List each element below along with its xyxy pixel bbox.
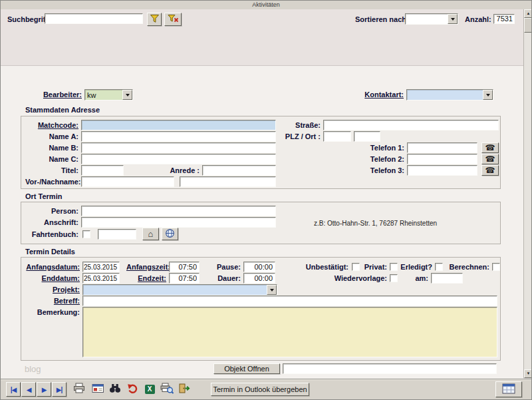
first-record-icon: |◀ (11, 386, 17, 393)
clear-filter-button[interactable] (164, 13, 182, 26)
telefon1-dial-button[interactable]: ☎ (481, 142, 499, 153)
matchcode-input[interactable] (81, 120, 276, 130)
bemerkung-textarea[interactable] (82, 307, 497, 357)
kontaktart-combobox[interactable] (406, 89, 493, 100)
person-input[interactable] (81, 206, 276, 216)
address-card-button[interactable] (90, 382, 106, 397)
plz-input[interactable] (323, 131, 351, 142)
next-record-button[interactable]: ▶ (37, 382, 51, 397)
erledigt-label: Erledigt? (400, 263, 432, 271)
titel-input[interactable] (81, 165, 124, 176)
fahrtenbuch-checkbox[interactable] (82, 230, 90, 238)
projekt-dropdown-button[interactable] (267, 285, 277, 295)
scroll-down-button[interactable]: ▼ (524, 369, 532, 378)
undo-button[interactable] (124, 382, 140, 397)
scroll-up-button[interactable]: ▲ (524, 9, 532, 18)
strasse-input[interactable] (323, 120, 499, 130)
watermark-text: blog (25, 364, 41, 374)
chevron-down-icon (126, 94, 130, 99)
map-button[interactable] (162, 228, 178, 240)
export-excel-button[interactable]: X (142, 382, 158, 397)
scrollbar-thumb[interactable] (524, 18, 532, 33)
telefon2-input[interactable] (407, 154, 477, 164)
bearbeiter-value: kw (87, 91, 96, 99)
globe-icon (165, 228, 175, 240)
print-button[interactable] (71, 382, 87, 397)
am-input[interactable] (431, 273, 463, 284)
anfangsdatum-input[interactable] (82, 262, 120, 272)
name-a-input[interactable] (81, 131, 276, 142)
bearbeiter-combobox[interactable]: kw (84, 89, 133, 100)
search-toolbar: Suchbegriff: Sortieren nach: Anzahl: 753… (1, 9, 531, 65)
betreff-input[interactable] (82, 296, 497, 306)
telefon3-input[interactable] (407, 165, 477, 176)
matchcode-label: Matchcode: (25, 121, 78, 129)
termin-details-section-title: Termin Details (25, 248, 75, 256)
table-view-button[interactable] (495, 381, 522, 397)
endzeit-input[interactable] (169, 273, 200, 284)
bearbeiter-label: Bearbeiter: (27, 91, 82, 99)
berechnen-checkbox[interactable] (492, 263, 500, 271)
name-c-input[interactable] (81, 154, 276, 164)
ort-termin-section-title: Ort Termin (25, 192, 62, 200)
erledigt-checkbox[interactable] (435, 263, 443, 271)
anrede-label: Anrede : (154, 166, 200, 174)
scroll-up-icon: ▲ (527, 11, 531, 15)
fahrtenbuch-input[interactable] (98, 229, 136, 240)
telefon1-label: Telefon 1: (359, 144, 404, 152)
home-address-button[interactable]: ⌂ (142, 228, 159, 240)
printer-icon (73, 383, 85, 396)
unbestaetigt-checkbox[interactable] (352, 263, 360, 271)
previous-record-icon: ◀ (27, 386, 31, 393)
window-titlebar: Aktivitäten (1, 1, 531, 9)
vorname-input[interactable] (81, 176, 174, 187)
anfangszeit-label: Anfangszeit: (126, 263, 166, 271)
ort-input[interactable] (354, 131, 380, 142)
scroll-down-icon: ▼ (527, 371, 531, 375)
anfangszeit-input[interactable] (169, 262, 200, 272)
dauer-label: Dauer: (209, 274, 241, 282)
pause-input[interactable] (243, 262, 275, 272)
search-records-button[interactable] (107, 382, 123, 397)
phone-icon: ☎ (485, 166, 495, 174)
chevron-down-icon (270, 289, 274, 294)
kontaktart-dropdown-button[interactable] (483, 90, 493, 100)
count-label: Anzahl: (465, 15, 491, 23)
search-input[interactable] (45, 13, 143, 24)
objekt-offnen-button[interactable]: Objekt Offnen (213, 363, 280, 374)
home-icon: ⌂ (148, 230, 154, 238)
binoculars-icon (109, 383, 121, 396)
anrede-input[interactable] (202, 165, 276, 176)
filter-button[interactable] (147, 13, 162, 26)
name-b-label: Name B: (25, 144, 78, 152)
funnel-icon (150, 14, 160, 25)
outlook-transfer-button[interactable]: Termin in Outlook übergeben (211, 383, 309, 396)
dauer-input[interactable] (243, 273, 275, 284)
anschrift-hint: z.B: Otto-Hahn-Str. 1, 76287 Rheinstette… (314, 220, 437, 227)
nachname-input[interactable] (180, 176, 276, 187)
chevron-down-icon (451, 18, 455, 23)
sort-dropdown-button[interactable] (448, 14, 458, 24)
exit-button[interactable] (176, 382, 192, 397)
telefon1-input[interactable] (407, 142, 477, 153)
telefon2-dial-button[interactable]: ☎ (481, 154, 499, 164)
wiedervorlage-checkbox[interactable] (390, 274, 398, 282)
telefon3-label: Telefon 3: (359, 166, 404, 174)
enddatum-input[interactable] (82, 273, 120, 284)
anschrift-input[interactable] (81, 217, 276, 228)
print-preview-button[interactable] (159, 382, 175, 397)
last-record-button[interactable]: ▶| (52, 382, 66, 397)
vertical-scrollbar[interactable]: ▲ ▼ (523, 9, 532, 378)
phone-icon: ☎ (485, 144, 495, 152)
am-label: am: (404, 274, 428, 282)
bearbeiter-dropdown-button[interactable] (122, 90, 132, 100)
first-record-button[interactable]: |◀ (6, 382, 21, 397)
projekt-combobox[interactable] (82, 284, 277, 296)
previous-record-button[interactable]: ◀ (21, 382, 36, 397)
sort-label: Sortieren nach: (355, 15, 409, 23)
telefon3-dial-button[interactable]: ☎ (481, 165, 499, 176)
name-b-input[interactable] (81, 142, 276, 153)
objekt-input[interactable] (283, 363, 497, 374)
sort-combobox[interactable] (405, 13, 458, 25)
privat-checkbox[interactable] (390, 263, 398, 271)
